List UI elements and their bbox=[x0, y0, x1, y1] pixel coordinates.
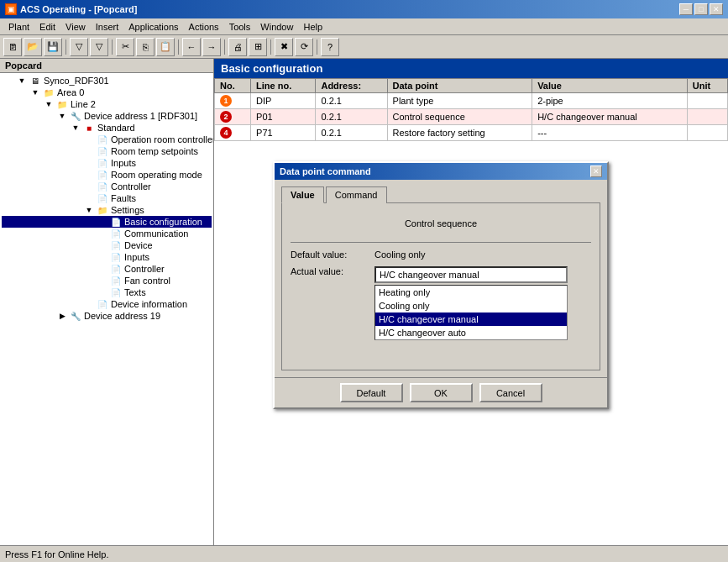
list-option-cooling[interactable]: Cooling only bbox=[375, 299, 567, 313]
field-name: Control sequence bbox=[291, 212, 591, 235]
default-value-label: Default value: bbox=[291, 249, 374, 260]
actual-value-select[interactable]: Heating only Cooling only H/C changeover… bbox=[374, 266, 568, 283]
tab-value[interactable]: Value bbox=[281, 186, 324, 203]
ok-button[interactable]: OK bbox=[410, 383, 473, 402]
modal-footer: Default OK Cancel bbox=[275, 377, 607, 407]
actual-value-container: Heating only Cooling only H/C changeover… bbox=[374, 266, 568, 340]
tab-command[interactable]: Command bbox=[326, 186, 387, 203]
default-button[interactable]: Default bbox=[340, 383, 403, 402]
list-option-heating[interactable]: Heating only bbox=[375, 286, 567, 299]
actual-value-dropdown: Heating only Cooling only H/C changeover… bbox=[374, 266, 568, 283]
list-option-hc-manual[interactable]: H/C changeover manual bbox=[375, 313, 567, 326]
actual-value-row: Actual value: Heating only Cooling only … bbox=[291, 266, 591, 340]
modal-title-bar: Data point command ✕ bbox=[275, 163, 607, 180]
modal-title: Data point command bbox=[280, 166, 371, 176]
modal-content: Value Command Control sequence Default v… bbox=[275, 180, 607, 377]
tab-bar: Value Command bbox=[281, 186, 600, 203]
modal-dialog: Data point command ✕ Value Command Contr… bbox=[273, 161, 609, 409]
modal-overlay: Data point command ✕ Value Command Contr… bbox=[0, 0, 728, 562]
actual-value-label: Actual value: bbox=[291, 266, 374, 276]
cancel-button[interactable]: Cancel bbox=[479, 383, 542, 402]
tab-content: Control sequence Default value: Cooling … bbox=[281, 202, 600, 370]
separator bbox=[291, 242, 591, 243]
list-option-hc-auto[interactable]: H/C changeover auto bbox=[375, 326, 567, 339]
dropdown-list: Heating only Cooling only H/C changeover… bbox=[374, 285, 568, 340]
default-value-row: Default value: Cooling only bbox=[291, 249, 591, 260]
modal-close-button[interactable]: ✕ bbox=[590, 165, 602, 177]
default-value: Cooling only bbox=[374, 249, 426, 260]
